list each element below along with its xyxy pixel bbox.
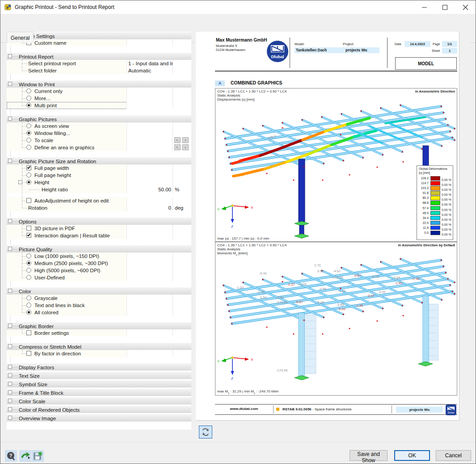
section-header-color-scale[interactable]: Color Scale [7,397,191,405]
collapse-icon[interactable] [8,219,12,223]
clear-icon[interactable]: × [182,137,189,143]
row-low-1000-pixels-150-dpi[interactable]: Low (1000 pixels, ~150 DPI) [7,253,191,260]
section-header-options[interactable]: Options [7,217,191,225]
refresh-preview-button[interactable] [199,426,212,439]
radio-button[interactable] [26,173,31,177]
tab-general[interactable]: General [7,32,34,43]
row-select-printout-report[interactable]: Select printout report1 - Input data and… [7,60,191,67]
row-rotation[interactable]: Rotation0deg [7,204,191,211]
row-border-settings[interactable]: Border settings [7,329,191,337]
section-header-graphic-pictures[interactable]: Graphic Pictures [7,115,191,122]
radio-button[interactable] [26,303,31,308]
row-to-scale[interactable]: To scale↖× [7,137,191,144]
row-define-an-area-in-graphics[interactable]: Define an area in graphics↖× [7,144,191,151]
section-header-picture-quality[interactable]: Picture Quality [7,245,191,253]
section-header-graphic-border[interactable]: Graphic Border [7,322,191,329]
section-header-compress-or-stretch-model[interactable]: Compress or Stretch Model [7,342,191,350]
radio-button[interactable] [26,123,31,128]
row-current-only[interactable]: Current only [7,88,191,95]
collapse-icon[interactable] [18,180,22,184]
collapse-icon[interactable] [8,324,12,328]
section-header-graphic-picture-size-and-rotation[interactable]: Graphic Picture Size and Rotation [7,157,191,165]
section-header-window-to-print[interactable]: Window to Print [7,80,191,88]
checkbox[interactable] [26,198,31,203]
radio-button[interactable] [26,89,31,93]
row-grayscale[interactable]: Grayscale [7,295,191,302]
expand-icon[interactable] [8,399,12,403]
row-by-factor-in-direction[interactable]: By factor in direction [7,350,191,357]
section-header-color[interactable]: Color [7,287,191,295]
section-header-color-of-rendered-objects[interactable]: Color of Rendered Objects [7,405,191,413]
row-full-page-width[interactable]: Full page width [7,165,191,172]
row-more[interactable]: More... [7,95,191,102]
radio-button[interactable] [26,145,31,150]
row-high-5000-pixels-600-dpi[interactable]: High (5000 pixels, ~600 DPI) [7,267,191,274]
collapse-icon[interactable] [8,82,12,86]
save-settings-button[interactable] [32,450,44,462]
row-full-page-height[interactable]: Full page height [7,172,191,179]
radio-button[interactable] [26,131,31,135]
radio-button[interactable] [26,310,31,315]
radio-button[interactable] [26,180,31,185]
apply-to-all-button[interactable] [19,450,31,462]
close-button[interactable] [455,0,476,14]
value-cell[interactable]: 1 - Input data and Inter... [126,60,173,67]
expand-icon[interactable] [8,365,12,369]
expand-icon[interactable] [8,390,12,394]
collapse-icon[interactable] [8,289,12,293]
radio-button[interactable] [26,275,31,280]
section-header-picture-settings[interactable]: Picture Settings [7,32,191,39]
radio-button[interactable] [26,253,31,258]
row-interaction-diagram-result-table[interactable]: Interaction diagram | Result table [7,232,191,239]
section-header-overview-image[interactable]: Overview Image [7,414,191,422]
row-multi-print[interactable]: Multi print [7,102,191,109]
row-3d-picture-in-pdf[interactable]: 3D picture in PDF [7,225,191,232]
checkbox[interactable] [26,165,31,170]
checkbox[interactable] [26,330,31,335]
save-and-show-button[interactable]: Save and Show [350,450,388,461]
row-select-folder[interactable]: Select folderAutomatic [7,67,191,74]
checkbox[interactable] [26,233,31,238]
row-medium-2500-pixels-300-dpi[interactable]: Medium (2500 pixels, ~300 DPI) [7,260,191,267]
value-cell[interactable]: 50.00 [126,186,173,193]
row-text-and-lines-in-black[interactable]: Text and lines in black [7,302,191,309]
radio-button[interactable] [26,261,31,266]
radio-button[interactable] [26,103,31,108]
row-as-screen-view[interactable]: As screen view [7,122,191,130]
row-height-ratio[interactable]: Height ratio50.00% [7,186,191,193]
checkbox[interactable] [26,351,31,356]
section-header-frame-title-block[interactable]: Frame & Title Block [7,388,191,396]
expand-icon[interactable] [8,416,12,420]
section-header-display-factors[interactable]: Display Factors [7,363,191,371]
collapse-icon[interactable] [8,54,12,58]
radio-button[interactable] [26,96,31,101]
collapse-icon[interactable] [8,344,12,348]
checkbox[interactable] [26,226,31,231]
row-custom-name[interactable]: Custom name [7,39,191,46]
pick-area-icon[interactable]: ↖ [174,137,181,143]
row-autoadjustment-of-height-on-edit[interactable]: AutoAdjustment of height on edit [7,197,191,204]
value-cell[interactable]: 0 [126,204,173,211]
help-button[interactable]: ? [5,450,17,462]
expand-icon[interactable] [8,382,12,386]
row-all-colored[interactable]: All colored [7,309,191,316]
maximize-button[interactable] [435,0,455,14]
ok-button[interactable]: OK [394,450,430,461]
clear-icon[interactable]: × [182,144,189,150]
expand-icon[interactable] [8,407,12,411]
row-user-defined[interactable]: User-Defined [7,274,191,281]
radio-button[interactable] [26,295,31,300]
radio-button[interactable] [26,268,31,273]
radio-button[interactable] [26,138,31,143]
value-cell[interactable]: Automatic [126,67,173,74]
cancel-button[interactable]: Cancel [436,450,471,461]
collapse-icon[interactable] [8,247,12,251]
row-window-filling[interactable]: Window filling... [7,130,191,137]
section-header-text-size[interactable]: Text Size [7,371,191,379]
collapse-icon[interactable] [8,117,12,121]
pick-area-icon[interactable]: ↖ [174,144,181,150]
section-header-printout-report[interactable]: Printout Report [7,52,191,60]
section-header-symbol-size[interactable]: Symbol Size [7,380,191,388]
row-height[interactable]: Height [7,179,191,186]
expand-icon[interactable] [8,373,12,377]
